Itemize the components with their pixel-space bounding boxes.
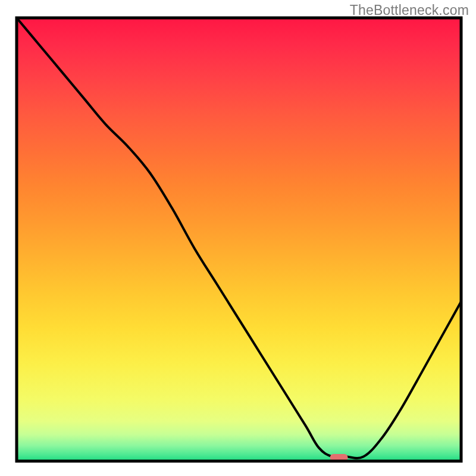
- chart-container: TheBottleneck.com: [0, 0, 476, 476]
- gradient-background: [17, 18, 461, 461]
- bottleneck-chart: [0, 0, 476, 476]
